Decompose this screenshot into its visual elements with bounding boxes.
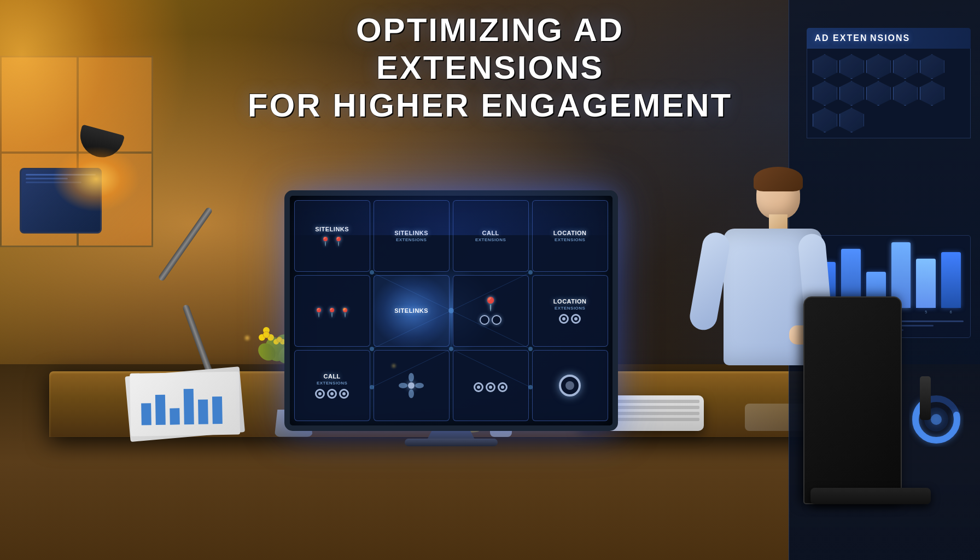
circle-row <box>480 315 501 325</box>
card-label-call-ext: CALL <box>482 230 499 237</box>
card-sitelinks-pins: SITELINKS 📍 📍 <box>294 200 370 272</box>
flower <box>263 331 270 338</box>
card-sublabel-location-mid: EXTENSIONS <box>555 306 586 311</box>
hex-9 <box>893 81 918 106</box>
circle-icon-2 <box>492 315 501 325</box>
donut-chart-svg <box>909 392 964 447</box>
hex-10 <box>920 81 944 106</box>
card-sublabel-sitelinks-ext: EXTENSIONS <box>396 237 427 242</box>
petal-bottom <box>409 389 414 398</box>
flower-center <box>408 382 415 389</box>
hex-3 <box>866 54 891 79</box>
bar-4 <box>184 389 194 424</box>
card-label-sitelinks-ext: SITELINKS <box>394 230 428 237</box>
bot-circle-2 <box>486 382 495 392</box>
paper-front <box>130 371 240 436</box>
svg-point-18 <box>931 414 942 425</box>
chair-armrest <box>920 376 931 420</box>
card-call-extensions-bottom: CALL EXTENSIONS <box>294 350 370 422</box>
hex-grid-area: AD EXTEN NSIONS <box>807 28 971 138</box>
card-call-extensions-top: CALL EXTENSIONS <box>453 200 529 272</box>
bot-circle-1 <box>474 382 483 392</box>
pin-icon-2: 📍 <box>333 236 344 247</box>
scene: SITELINKS 📍 📍 SITELINKS EXTENSIONS CALL <box>0 0 980 560</box>
hex-7 <box>839 81 864 106</box>
chair-back <box>803 296 902 504</box>
chair-seat <box>810 488 931 504</box>
card-location-extensions-mid: LOCATION EXTENSIONS <box>532 275 608 347</box>
card-label-location-ext-top: LOCATION <box>553 230 587 237</box>
call-circle-2 <box>327 389 337 399</box>
chart-label-5: 5 <box>916 310 936 314</box>
pin-icon-b: 📍 <box>326 307 337 318</box>
hex-title-text-2: NSIONS <box>870 33 910 43</box>
card-sublabel-location-ext-top: EXTENSIONS <box>555 237 586 242</box>
hex-title-bar: AD EXTEN NSIONS <box>807 28 971 49</box>
card-label-sitelinks-center: SITELINKS <box>394 307 428 314</box>
card-sublabel-call-ext: EXTENSIONS <box>475 237 506 242</box>
card-three-pins: 📍 📍 📍 <box>294 275 370 347</box>
large-pin-icon: 📍 <box>482 296 499 312</box>
call-circle-1 <box>315 389 325 399</box>
title-line-1: OPTIMIZING AD EXTENSIONS <box>245 11 735 86</box>
bar-6 <box>212 396 223 424</box>
hex-2 <box>839 54 864 79</box>
card-search <box>532 350 608 422</box>
petal-right <box>415 383 424 388</box>
pin-icon-a: 📍 <box>313 307 324 318</box>
location-circle-1 <box>559 314 569 324</box>
call-icons-row <box>315 389 349 399</box>
hex-title-text: AD EXTEN <box>815 33 868 43</box>
main-monitor: SITELINKS 📍 📍 SITELINKS EXTENSIONS CALL <box>284 190 618 431</box>
bar-chart-6 <box>941 252 961 308</box>
card-sublabel-call-bottom: EXTENSIONS <box>317 381 348 386</box>
desk-papers <box>126 364 249 439</box>
lamp-light-glow <box>52 146 140 212</box>
screen-grid: SITELINKS 📍 📍 SITELINKS EXTENSIONS CALL <box>294 200 608 421</box>
bar-2 <box>155 395 166 425</box>
chart-label-6: 6 <box>941 310 961 314</box>
monitor-base <box>405 439 498 446</box>
bar-1 <box>141 403 151 425</box>
call-circle-3 <box>339 389 349 399</box>
person-head <box>756 170 800 219</box>
main-title: OPTIMIZING AD EXTENSIONS FOR HIGHER ENGA… <box>245 11 735 124</box>
petal-left <box>399 383 407 388</box>
particle-3 <box>392 364 395 368</box>
paper-chart <box>136 385 235 425</box>
hex-8 <box>866 81 891 106</box>
card-icons-sitelinks-pins: 📍 📍 <box>320 236 344 247</box>
monitor-screen: SITELINKS 📍 📍 SITELINKS EXTENSIONS CALL <box>284 190 618 431</box>
card-location-extensions-top: LOCATION EXTENSIONS <box>532 200 608 272</box>
hex-12 <box>839 108 864 132</box>
circle-icon-1 <box>480 315 489 325</box>
title-line-2: FOR HIGHER ENGAGEMENT <box>245 86 735 124</box>
bot-circle-3 <box>498 382 508 392</box>
search-icon <box>559 375 581 396</box>
hex-11 <box>813 108 837 132</box>
hex-4 <box>893 54 918 79</box>
location-circle-2 <box>571 314 581 324</box>
hex-5 <box>920 54 944 79</box>
search-inner <box>565 381 574 390</box>
person-hair <box>754 167 803 191</box>
bar-5 <box>198 399 208 424</box>
hex-1 <box>813 54 837 79</box>
flower-decoration <box>398 372 425 399</box>
pin-icon-1: 📍 <box>320 236 331 247</box>
card-network-flower <box>374 350 450 422</box>
card-sitelinks-extensions: SITELINKS EXTENSIONS <box>374 200 450 272</box>
bar-3 <box>170 408 180 424</box>
circular-chart <box>909 392 964 447</box>
card-label-sitelinks-pins: SITELINKS <box>315 226 349 233</box>
card-sitelinks-center: SITELINKS <box>374 275 450 347</box>
bottom-circles-row <box>474 382 508 392</box>
card-bottom-circles <box>453 350 529 422</box>
location-icons-row <box>559 314 581 324</box>
hex-container <box>807 49 971 138</box>
bar-chart-5 <box>916 259 936 308</box>
card-label-location-mid: LOCATION <box>553 298 587 305</box>
card-pin-circles: 📍 <box>453 275 529 347</box>
card-label-call-bottom: CALL <box>324 373 341 380</box>
petal-top <box>409 373 414 382</box>
